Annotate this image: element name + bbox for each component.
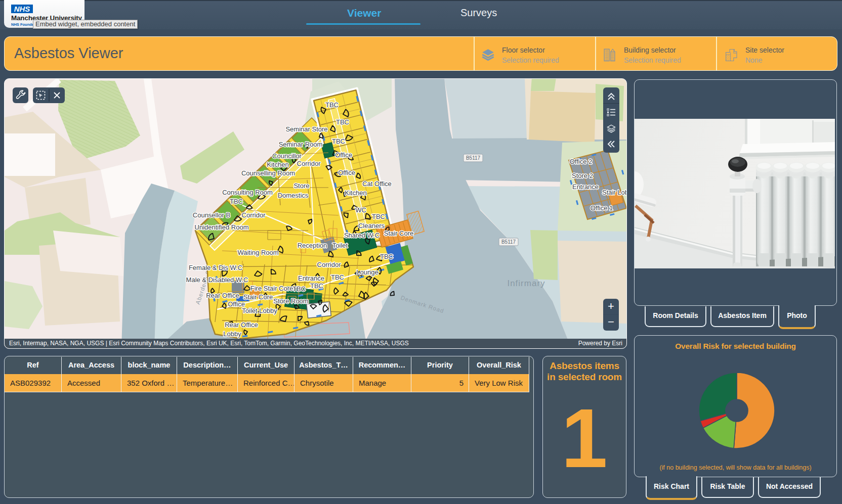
svg-text:Counsellor B: Counsellor B [193,211,230,219]
svg-text:Lobby: Lobby [223,330,241,338]
svg-text:Female & Dis W.C: Female & Dis W.C [189,264,242,271]
svg-text:Entrance: Entrance [298,274,324,282]
svg-text:Entrance: Entrance [572,183,599,191]
svg-text:TBC: TBC [325,101,339,109]
svg-text:TBC: TBC [331,273,344,281]
svg-text:TBC: TBC [310,282,323,290]
svg-text:Office: Office [335,151,352,159]
svg-text:Seminar Room: Seminar Room [279,141,323,148]
svg-text:Office 1: Office 1 [591,204,613,212]
svg-text:Fire Stair Core: Fire Stair Core [250,285,293,292]
svg-text:Corridor: Corridor [297,160,321,167]
svg-text:Stair Core: Stair Core [243,293,273,301]
svg-text:TBC: TBC [380,253,393,260]
svg-text:Cleaners: Cleaners [358,222,385,230]
svg-text:Male & Disabled W.C: Male & Disabled W.C [186,276,248,284]
svg-text:Unidentified Room: Unidentified Room [195,223,249,231]
svg-text:TBC: TBC [230,198,243,205]
svg-text:Kitchen: Kitchen [267,161,288,168]
svg-text:Kitchen: Kitchen [345,189,366,197]
svg-text:Cat Office: Cat Office [362,180,392,188]
svg-text:B5117: B5117 [501,239,516,245]
svg-text:Councillor: Councillor [272,152,302,160]
svg-text:Infirmary: Infirmary [507,279,545,288]
svg-text:Toilet: Toilet [332,242,348,249]
svg-text:Seminar Store: Seminar Store [285,125,327,133]
svg-text:Corridor: Corridor [242,211,266,219]
svg-text:Shared W.C: Shared W.C [344,232,380,239]
svg-text:Office: Office [338,169,355,176]
svg-text:WC: WC [355,206,366,214]
svg-text:Consulting Room: Consulting Room [222,189,273,196]
svg-text:TBC: TBC [336,118,349,126]
svg-text:TBC: TBC [372,213,385,220]
svg-text:Lounge: Lounge [356,268,378,276]
svg-text:Store 2: Store 2 [572,172,593,179]
svg-text:Stair Lob: Stair Lob [602,189,626,196]
svg-text:TBC: TBC [292,285,306,293]
svg-text:TBC: TBC [332,138,345,145]
svg-text:Stair Core: Stair Core [384,230,414,237]
svg-text:Corridor: Corridor [317,261,342,268]
svg-text:Toilet Lobby: Toilet Lobby [242,307,277,314]
svg-text:Rear Office: Rear Office [225,321,258,329]
svg-text:Counselling Room: Counselling Room [241,169,295,177]
svg-text:Waiting Room: Waiting Room [237,249,278,256]
svg-text:Domestics: Domestics [278,192,309,199]
svg-text:Rear Office: Rear Office [206,292,239,299]
svg-text:Office 2: Office 2 [570,158,593,165]
svg-text:Reception: Reception [298,242,327,249]
svg-text:Store Room: Store Room [273,297,308,305]
svg-text:Store: Store [293,182,309,190]
svg-text:B5117: B5117 [466,155,481,161]
